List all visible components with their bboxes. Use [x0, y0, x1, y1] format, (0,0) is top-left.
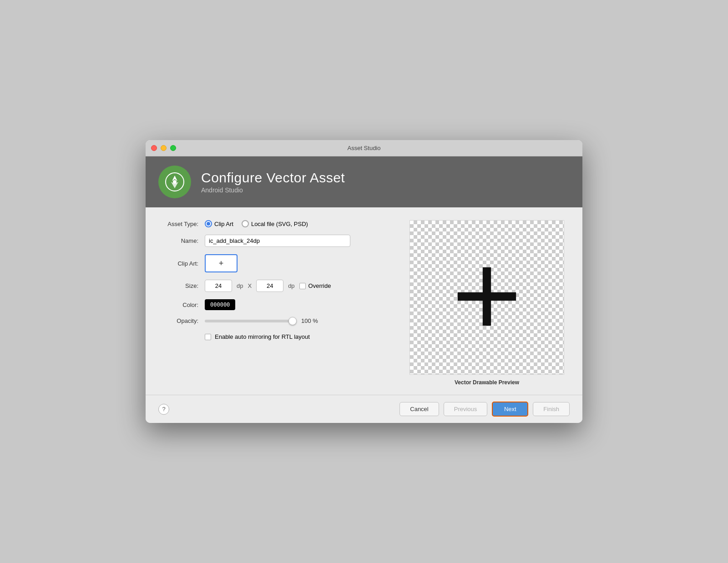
color-swatch[interactable]: 000000 [205, 299, 235, 310]
header-text: Configure Vector Asset Android Studio [201, 170, 345, 194]
header: Configure Vector Asset Android Studio [146, 156, 582, 207]
clip-art-button[interactable]: + [205, 254, 238, 272]
asset-type-row: Asset Type: Clip Art Local file (SVG, PS… [164, 220, 397, 227]
maximize-button[interactable] [170, 145, 176, 151]
footer: ? Cancel Previous Next Finish [146, 395, 582, 423]
footer-right: Cancel Previous Next Finish [399, 402, 570, 417]
name-row: Name: [164, 235, 397, 247]
override-checkbox-item[interactable]: Override [299, 282, 331, 289]
size-unit-width: dp [237, 282, 243, 289]
footer-left: ? [158, 404, 169, 415]
close-button[interactable] [151, 145, 157, 151]
size-height-input[interactable] [256, 280, 283, 292]
asset-type-controls: Clip Art Local file (SVG, PSD) [205, 220, 397, 227]
clip-art-radio-button[interactable] [205, 220, 212, 227]
color-row: Color: 000000 [164, 299, 397, 310]
size-label: Size: [164, 282, 205, 289]
rtl-controls: Enable auto mirroring for RTL layout [205, 332, 397, 340]
asset-type-radio-group: Clip Art Local file (SVG, PSD) [205, 220, 308, 227]
svg-point-1 [173, 180, 177, 184]
logo-icon [165, 172, 185, 192]
asset-type-label: Asset Type: [164, 221, 205, 227]
size-controls: dp X dp Override [205, 280, 397, 292]
size-unit-height: dp [288, 282, 294, 289]
opacity-row: Opacity: 100 % [164, 317, 397, 324]
local-file-radio-button[interactable] [242, 220, 249, 227]
preview-canvas [410, 220, 564, 375]
clip-art-row: Clip Art: + [164, 254, 397, 272]
color-label: Color: [164, 302, 205, 308]
color-hex-value: 000000 [210, 302, 230, 308]
opacity-label: Opacity: [164, 317, 205, 324]
clip-art-controls: + [205, 254, 397, 272]
cancel-button[interactable]: Cancel [399, 402, 439, 416]
form-panel: Asset Type: Clip Art Local file (SVG, PS… [164, 220, 397, 386]
local-file-radio-label: Local file (SVG, PSD) [251, 221, 308, 227]
opacity-slider-container: 100 % [205, 317, 318, 324]
override-checkbox[interactable] [299, 283, 306, 289]
rtl-checkbox-label: Enable auto mirroring for RTL layout [215, 333, 310, 340]
next-button[interactable]: Next [492, 402, 528, 417]
title-bar: Asset Studio [146, 140, 582, 156]
preview-label: Vector Drawable Preview [455, 379, 519, 386]
opacity-slider-thumb[interactable] [288, 317, 297, 325]
content-area: Asset Type: Clip Art Local file (SVG, PS… [146, 207, 582, 395]
opacity-value-display: 100 % [301, 317, 318, 324]
clip-art-radio-item[interactable]: Clip Art [205, 220, 233, 227]
clip-art-label: Clip Art: [164, 260, 205, 267]
android-studio-logo [158, 166, 191, 198]
preview-vector-icon [437, 246, 537, 348]
minimize-button[interactable] [161, 145, 167, 151]
traffic-lights [151, 145, 176, 151]
window-title: Asset Studio [348, 145, 381, 151]
local-file-radio-item[interactable]: Local file (SVG, PSD) [242, 220, 308, 227]
rtl-checkbox-item[interactable]: Enable auto mirroring for RTL layout [205, 333, 310, 340]
color-controls: 000000 [205, 299, 397, 310]
size-width-input[interactable] [205, 280, 232, 292]
clip-art-radio-label: Clip Art [214, 221, 233, 227]
help-icon: ? [162, 406, 165, 412]
opacity-slider-track[interactable] [205, 320, 296, 322]
preview-panel: Vector Drawable Preview [410, 220, 564, 386]
name-input[interactable] [205, 235, 350, 247]
name-label: Name: [164, 237, 205, 244]
previous-button[interactable]: Previous [444, 402, 488, 416]
main-window: Asset Studio Configure Vector Asset Andr… [146, 140, 582, 423]
help-button[interactable]: ? [158, 404, 169, 415]
clip-art-button-symbol: + [219, 259, 224, 268]
name-controls [205, 235, 397, 247]
override-label: Override [308, 282, 331, 289]
opacity-controls: 100 % [205, 317, 397, 324]
finish-button[interactable]: Finish [533, 402, 570, 416]
rtl-checkbox[interactable] [205, 334, 211, 340]
rtl-row: Enable auto mirroring for RTL layout [164, 332, 397, 340]
size-row: Size: dp X dp Override [164, 280, 397, 292]
plus-icon-svg [437, 246, 537, 347]
size-separator: X [248, 282, 252, 289]
header-subtitle: Android Studio [201, 186, 345, 194]
header-title: Configure Vector Asset [201, 170, 345, 186]
